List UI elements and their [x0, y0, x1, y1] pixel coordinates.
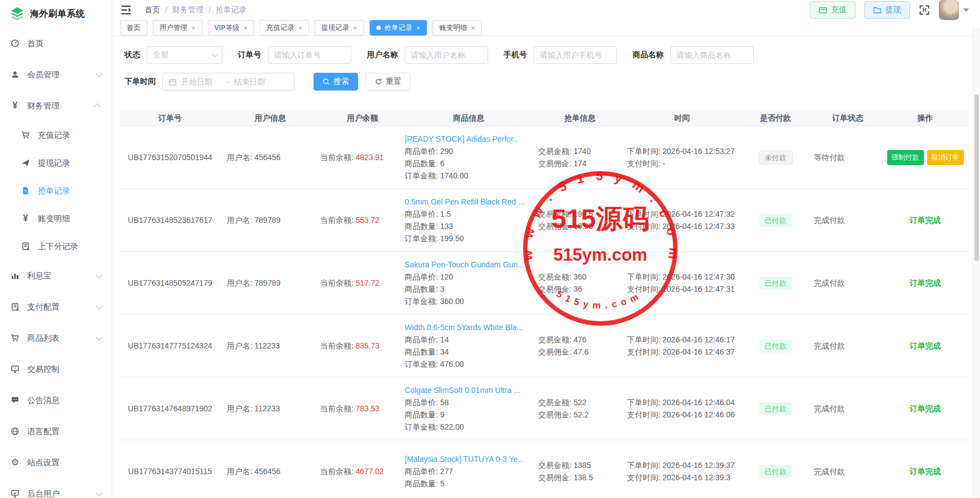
fullscreen-icon[interactable]	[919, 4, 930, 16]
search-button[interactable]: 搜索	[314, 73, 358, 91]
user-info-cell: 用户名: 789789	[220, 252, 314, 314]
status-label: 状态	[125, 50, 140, 60]
product-title-link[interactable]: Sakura Pen-Touch Gundam Gun...	[405, 258, 524, 271]
field-line: 商品单价: 58	[405, 396, 449, 409]
field-value: 553.72	[356, 216, 380, 225]
field-line: 商品数量: 5	[405, 477, 445, 490]
cancel-order-button[interactable]: 取消订单	[927, 150, 964, 165]
reset-label: 重置	[386, 77, 401, 87]
field-value: 4823.91	[356, 153, 384, 162]
tab-1[interactable]: 用户管理×	[153, 20, 202, 36]
recharge-button[interactable]: 充值	[810, 1, 855, 19]
sidebar-item-trade-control[interactable]: 交易控制	[0, 353, 111, 385]
product-title-link[interactable]: Width 0.6-5cm 5Yards White Bla...	[405, 321, 523, 333]
sidebar-item-interest[interactable]: 利息宝	[0, 260, 111, 291]
chevron-down-icon	[96, 271, 103, 278]
logo: 海外刷单系统	[0, 0, 111, 28]
product-title-link[interactable]: [Malaysia Stock] TUTUYA 0-3 Ye...	[405, 453, 524, 465]
table-row: UB17763152070501944用户名: 456456当前余额: 4823…	[120, 126, 969, 189]
field-line: 交易佣金: 174	[538, 157, 586, 170]
product-info-cell: [Malaysia Stock] TUTUYA 0-3 Ye...商品单价: 2…	[405, 440, 538, 498]
avatar[interactable]	[939, 0, 959, 20]
order-no-input[interactable]	[274, 51, 345, 59]
product-title-link[interactable]: [READY STOCK] Adidas Perfor...	[405, 133, 519, 145]
withdraw-button[interactable]: 提现	[864, 1, 910, 19]
order-complete-text: 订单完成	[910, 465, 941, 477]
field-line: 用户名: 112233	[227, 402, 280, 415]
breadcrumb-item: 抢单记录	[216, 5, 247, 15]
order-no-cell: UB17763147775124324	[120, 315, 220, 377]
paid-status-cell: 未付款	[743, 126, 808, 188]
product-info-cell: Sakura Pen-Touch Gundam Gun...商品单价: 120商…	[405, 252, 538, 314]
order-status: 完成付款	[814, 465, 845, 477]
topbar: 首页/财务管理/抢单记录 充值 提现	[111, 0, 980, 20]
tab-0[interactable]: 首页	[120, 20, 147, 36]
force-pay-button[interactable]: 强制付款	[887, 150, 924, 165]
sidebar-item-updown-records[interactable]: 上下分记录	[0, 232, 111, 260]
sidebar-item-language-config[interactable]: 语言配置	[0, 416, 111, 447]
tab-5-active[interactable]: 抢单记录×	[370, 20, 427, 36]
sidebar-item-finance[interactable]: ¥财务管理	[0, 90, 111, 121]
start-date-input[interactable]	[181, 77, 222, 86]
tab-2[interactable]: VIP等级×	[208, 20, 255, 36]
tab-close-icon[interactable]: ×	[243, 24, 248, 32]
app-window: 海外刷单系统 首页会员管理¥财务管理充值记录提现记录抢单记录¥账变明细上下分记录…	[0, 0, 980, 498]
username-input[interactable]	[411, 51, 482, 59]
search-label: 搜索	[334, 77, 349, 87]
order-no: UB17763147775124324	[128, 340, 212, 352]
grab-info-cell: 交易金额: 199.5交易佣金: 19.95	[538, 189, 627, 251]
product-name-input[interactable]	[676, 51, 748, 59]
column-header: 抢单信息	[538, 109, 627, 126]
scrollbar-thumb[interactable]	[974, 94, 979, 261]
sidebar-item-members[interactable]: 会员管理	[0, 59, 111, 90]
sidebar-item-product-list[interactable]: 商品列表	[0, 322, 111, 353]
sidebar-item-withdraw-records[interactable]: 提现记录	[0, 149, 111, 177]
order-complete-text: 订单完成	[910, 402, 941, 415]
field-line: 商品数量: 34	[405, 346, 449, 358]
collapse-menu-icon[interactable]	[120, 4, 132, 16]
field-line: 下单时间: 2026-04-16 12:47:32	[627, 208, 735, 220]
table-row: UB17763147648971902用户名: 112233当前余额: 783.…	[120, 377, 969, 440]
time-cell: 下单时间: 2026-04-16 12:39:37支付时间: 2026-04-1…	[627, 440, 743, 498]
tab-6[interactable]: 账变明细×	[432, 20, 482, 36]
field-line: 支付时间: 2026-04-16 12:46:06	[627, 409, 735, 421]
tab-close-icon[interactable]: ×	[298, 24, 302, 32]
user-info-cell: 用户名: 456456	[220, 440, 314, 498]
tab-close-icon[interactable]: ×	[471, 24, 475, 32]
sidebar-item-payment-config[interactable]: 支付配置	[0, 291, 111, 322]
sidebar-item-grab-records[interactable]: 抢单记录	[0, 177, 111, 205]
sidebar-item-announcements[interactable]: 公告消息	[0, 385, 111, 416]
tab-close-icon[interactable]: ×	[191, 24, 196, 32]
sidebar-item-recharge-records[interactable]: 充值记录	[0, 121, 111, 149]
chevron-down-icon	[96, 489, 103, 496]
vertical-scrollbar[interactable]	[973, 28, 980, 498]
tab-3[interactable]: 充值记录×	[260, 20, 309, 36]
sidebar-item-label: 提现记录	[38, 158, 70, 168]
field-value: 9	[440, 410, 445, 419]
order-complete-text: 订单完成	[910, 340, 941, 352]
field-value: 1385	[574, 461, 591, 470]
grab-info-cell: 交易金额: 522交易佣金: 52.2	[538, 377, 627, 440]
tab-4[interactable]: 提现记录×	[315, 20, 364, 36]
tab-close-icon[interactable]: ×	[353, 24, 357, 32]
phone-input[interactable]	[540, 51, 611, 59]
field-value: 34	[440, 347, 449, 356]
order-status: 完成付款	[814, 214, 845, 226]
sidebar-item-site-settings[interactable]: ⚙站点设置	[0, 447, 111, 478]
sidebar-item-home[interactable]: 首页	[0, 28, 111, 59]
breadcrumb: 首页/财务管理/抢单记录	[145, 5, 247, 15]
user-menu[interactable]	[939, 0, 969, 20]
sidebar-item-admin-users[interactable]: 后台用户	[0, 478, 111, 498]
tab-close-icon[interactable]: ×	[416, 24, 421, 32]
order-no-cell: UB17763143774015115	[120, 440, 220, 498]
sidebar-nav: 首页会员管理¥财务管理充值记录提现记录抢单记录¥账变明细上下分记录利息宝支付配置…	[0, 28, 111, 498]
status-select[interactable]: 全部	[147, 46, 222, 64]
date-range-picker[interactable]: -	[162, 73, 295, 91]
product-title-link[interactable]: Colgate SlimSoft 0.01mm Ultra ...	[405, 384, 520, 396]
reset-button[interactable]: 重置	[366, 73, 410, 91]
dashboard-icon	[10, 38, 20, 48]
product-title-link[interactable]: 0.5mm Gel Pen Refill Black Red ...	[405, 196, 525, 208]
sidebar-item-account-changes[interactable]: ¥账变明细	[0, 205, 111, 232]
end-date-input[interactable]	[234, 77, 275, 86]
breadcrumb-item[interactable]: 首页	[145, 5, 160, 15]
